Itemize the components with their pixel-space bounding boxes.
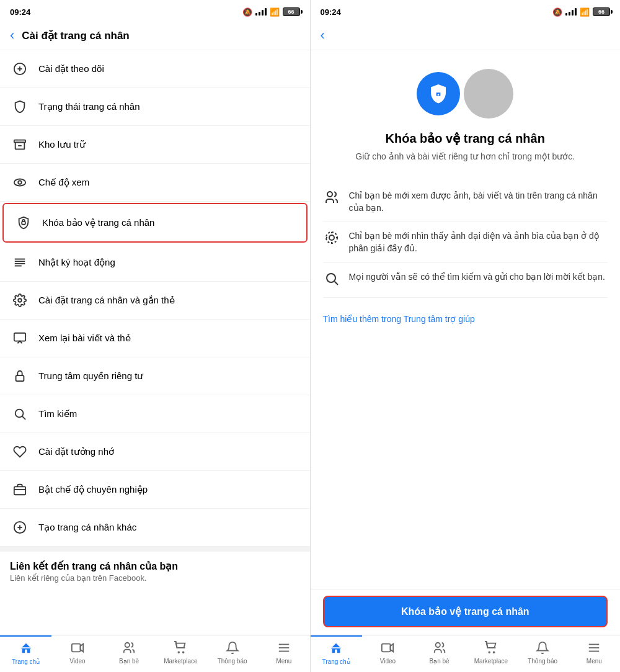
tab-marketplace-right[interactable]: Marketplace	[465, 635, 516, 670]
menu-item-xem-lai[interactable]: Xem lại bài viết và thẻ	[0, 320, 310, 357]
tab-ban-be-right[interactable]: Bạn bè	[414, 635, 465, 670]
menu-item-tim-kiem[interactable]: Tìm kiếm	[0, 395, 310, 433]
archive-icon	[10, 135, 30, 155]
home-icon-right	[329, 642, 343, 657]
briefcase-icon	[10, 480, 30, 500]
back-button-right[interactable]: ‹	[321, 27, 325, 43]
tab-video-right[interactable]: Video	[362, 635, 414, 670]
status-icons-left: 🔕 📶 66	[242, 7, 300, 17]
svg-point-34	[438, 94, 439, 95]
svg-point-36	[329, 235, 334, 240]
tab-trang-chu-left[interactable]: Trang chủ	[0, 635, 51, 670]
status-bar-left: 09:24 🔕 📶 66	[0, 0, 310, 22]
feature-item-2: Mọi người vẫn sẽ có thể tìm kiếm và gửi …	[323, 263, 608, 298]
svg-point-43	[489, 652, 490, 653]
eye-icon	[10, 172, 30, 192]
menu-item-che-do-xem[interactable]: Chế độ xem	[0, 164, 310, 202]
hero-icons-container	[417, 69, 513, 119]
link-section-title: Liên kết đến trang cá nhân của bạn	[10, 560, 300, 572]
tab-label-ban-be-right: Bạn bè	[430, 658, 450, 665]
feature-text-0: Chỉ bạn bè mới xem được ảnh, bài viết và…	[349, 189, 608, 215]
tab-marketplace-left[interactable]: Marketplace	[155, 635, 206, 670]
link-section: Liên kết đến trang cá nhân của bạn Liên …	[0, 547, 310, 588]
time-right: 09:24	[321, 7, 341, 17]
menu-label-tao-trang: Tạo trang cá nhân khác	[38, 522, 136, 533]
battery-icon: 66	[283, 7, 300, 16]
tab-ban-be-left[interactable]: Bạn bè	[104, 635, 155, 670]
menu-icon-left	[277, 641, 291, 656]
signal-icon-right	[565, 8, 577, 16]
svg-point-35	[327, 192, 332, 197]
menu-item-khoa-bao-ve[interactable]: Khóa bảo vệ trang cá nhân	[2, 203, 308, 243]
menu-item-gan-the[interactable]: Cài đặt trang cá nhân và gắn thẻ	[0, 282, 310, 320]
tab-thong-bao-right[interactable]: Thông báo	[517, 635, 569, 670]
video-icon-left	[71, 641, 84, 656]
menu-item-nhat-ky[interactable]: Nhật ký hoạt động	[0, 244, 310, 282]
menu-label-gan-the: Cài đặt trang cá nhân và gắn thẻ	[38, 295, 175, 306]
menu-label-xem-lai: Xem lại bài viết và thẻ	[38, 333, 131, 344]
settings-menu: Cài đặt theo dõi Trạng thái trang cá nhâ…	[0, 50, 310, 635]
hero-subtitle: Giữ cho ảnh và bài viết riêng tư hơn chỉ…	[355, 151, 575, 163]
heart-icon	[10, 442, 30, 462]
tab-label-trang-chu-right: Trang chủ	[322, 658, 350, 665]
status-bar-right: 09:24 🔕 📶 66	[311, 0, 621, 22]
menu-label-nhat-ky: Nhật ký hoạt động	[38, 257, 115, 268]
svg-point-6	[14, 179, 25, 186]
menu-label-trang-thai: Trạng thái trang cá nhân	[38, 101, 140, 112]
svg-rect-8	[22, 222, 25, 225]
back-button-left[interactable]: ‹	[10, 27, 14, 43]
menu-item-theo-doi[interactable]: Cài đặt theo dõi	[0, 50, 310, 88]
menu-label-quyen-rieng-tu: Trung tâm quyền riêng tư	[38, 370, 143, 382]
tab-label-thong-bao-right: Thông báo	[528, 658, 557, 665]
nav-header-left: ‹ Cài đặt trang cá nhân	[0, 22, 310, 50]
menu-item-kho[interactable]: Kho lưu trữ	[0, 126, 310, 164]
tab-trang-chu-right[interactable]: Trang chủ	[311, 635, 362, 670]
svg-rect-15	[16, 375, 24, 381]
friends-icon-right	[433, 641, 446, 656]
tab-menu-right[interactable]: Menu	[569, 635, 620, 670]
feature-camera-icon	[323, 230, 340, 249]
tab-label-thong-bao-left: Thông báo	[218, 658, 247, 665]
svg-point-38	[327, 274, 335, 282]
page-title-left: Cài đặt trang cá nhân	[22, 29, 129, 42]
plus-circle-icon	[10, 59, 30, 79]
menu-item-tao-trang[interactable]: Tạo trang cá nhân khác	[0, 509, 310, 547]
svg-point-28	[183, 652, 184, 653]
shop-icon-left	[174, 641, 187, 656]
menu-label-khoa-bao-ve: Khóa bảo vệ trang cá nhân	[42, 217, 154, 228]
tab-bar-left: Trang chủ Video Bạn bè Marketplace Thông…	[0, 635, 310, 672]
tab-label-marketplace-right: Marketplace	[474, 658, 508, 665]
svg-line-39	[334, 281, 338, 285]
svg-rect-24	[72, 643, 81, 652]
menu-item-trang-thai[interactable]: Trạng thái trang cá nhân	[0, 88, 310, 126]
link-section-subtitle: Liên kết riêng của bạn trên Facebook.	[10, 573, 300, 583]
svg-point-13	[18, 298, 22, 302]
svg-line-17	[22, 416, 25, 419]
plus-circle2-icon	[10, 517, 30, 537]
tab-label-marketplace-left: Marketplace	[164, 658, 197, 665]
tab-menu-left[interactable]: Menu	[258, 635, 309, 670]
nav-header-right: ‹	[311, 22, 621, 50]
tab-label-video-right: Video	[380, 658, 396, 665]
left-screen: 09:24 🔕 📶 66 ‹ Cài đặt trang cá nhân	[0, 0, 310, 672]
feature-item-1: Chỉ bạn bè mới nhìn thấy ảnh đại diện và…	[323, 222, 608, 263]
cta-button[interactable]: Khóa bảo vệ trang cá nhân	[323, 596, 608, 627]
svg-point-26	[125, 642, 130, 647]
lock-icon	[10, 366, 30, 386]
help-link[interactable]: Tìm hiểu thêm trong Trung tâm trợ giúp	[311, 304, 621, 330]
menu-label-tuong-nho: Cài đặt tưởng nhớ	[38, 446, 114, 457]
menu-item-tuong-nho[interactable]: Cài đặt tưởng nhớ	[0, 433, 310, 471]
menu-item-chuyen-nghiep[interactable]: Bật chế độ chuyên nghiệp	[0, 471, 310, 509]
lock-hero-section: Khóa bảo vệ trang cá nhân Giữ cho ảnh và…	[311, 50, 621, 176]
svg-point-16	[16, 410, 24, 418]
menu-label-tim-kiem: Tìm kiếm	[38, 408, 77, 419]
status-icons-right: 🔕 📶 66	[552, 7, 610, 17]
wifi-icon-right: 📶	[580, 7, 590, 17]
menu-item-quyen-rieng-tu[interactable]: Trung tâm quyền riêng tư	[0, 357, 310, 395]
tab-bar-right: Trang chủ Video Bạn bè Marketplace Thông…	[311, 635, 621, 672]
video-icon-right	[381, 641, 394, 656]
signal-icon	[255, 8, 267, 16]
tab-video-left[interactable]: Video	[51, 635, 103, 670]
feature-friends-icon	[323, 190, 340, 208]
tab-thong-bao-left[interactable]: Thông báo	[206, 635, 258, 670]
